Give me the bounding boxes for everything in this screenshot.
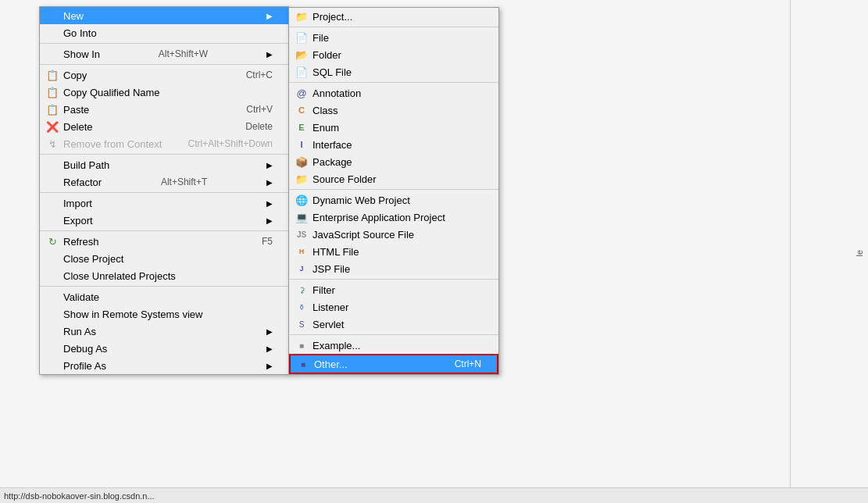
import-arrow: ▶ [243,199,273,208]
run-as-arrow: ▶ [243,327,273,336]
url-text: http://dsb-nobokaover-sin.blog.csdn.n... [4,491,155,501]
show-in-shortcut: Alt+Shift+W [135,48,208,59]
menu-item-close-project[interactable]: Close Project [40,250,288,267]
refactor-icon [46,176,59,188]
submenu-sep-2 [289,82,498,83]
submenu-item-folder[interactable]: 📂 Folder [289,46,498,63]
submenu-item-class[interactable]: C Class [289,102,498,119]
new-submenu: 📁 Project... 📄 File 📂 Folder 📄 SQL File … [288,7,499,375]
submenu-item-package[interactable]: 📦 Package [289,153,498,170]
show-in-icon [46,48,59,60]
menu-item-show-in[interactable]: Show In Alt+Shift+W ▶ [40,45,288,62]
context-menu: New ▶ 📁 Project... 📄 File 📂 Folder 📄 SQL… [39,6,289,375]
go-into-icon [46,27,59,39]
submenu-item-jsp-file[interactable]: J JSP File [289,260,498,277]
remove-icon: ↯ [46,137,59,150]
build-path-icon [46,159,59,171]
sql-icon: 📄 [295,66,308,78]
filter-icon: ⚳ [295,284,308,296]
menu-item-remove-context[interactable]: ↯ Remove from Context Ctrl+Alt+Shift+Dow… [40,135,288,152]
interface-icon: I [295,138,308,151]
debug-as-icon [46,342,59,355]
refactor-shortcut: Alt+Shift+T [138,177,207,187]
folder-icon: 📂 [295,48,308,61]
submenu-item-enum[interactable]: E Enum [289,119,498,136]
submenu-item-sql-file[interactable]: 📄 SQL File [289,63,498,80]
submenu-item-servlet[interactable]: S Servlet [289,316,498,333]
remove-shortcut: Ctrl+Alt+Shift+Down [165,138,273,149]
copy-qualified-icon: 📋 [46,86,59,98]
submenu-item-dynamic-web[interactable]: 🌐 Dynamic Web Project [289,191,498,209]
new-icon [46,9,59,22]
submenu-item-html-file[interactable]: H HTML File [289,243,498,260]
other-shortcut: Ctrl+N [431,359,481,369]
menu-item-show-remote[interactable]: Show in Remote Systems view [40,305,288,323]
import-icon [46,197,59,209]
copy-shortcut: Ctrl+C [223,70,273,80]
show-remote-icon [46,308,59,320]
submenu-item-project[interactable]: 📁 Project... [289,8,498,25]
file-icon: 📄 [295,31,308,44]
jsp-icon: J [295,262,308,275]
delete-shortcut: Delete [222,121,273,132]
submenu-sep-4 [289,279,498,280]
enum-icon: E [295,121,308,134]
copy-icon: 📋 [46,69,59,81]
menu-item-refactor[interactable]: Refactor Alt+Shift+T ▶ [40,173,288,191]
submenu-item-file[interactable]: 📄 File [289,29,498,46]
annotation-icon: @ [295,87,308,99]
sep-2 [40,64,288,65]
menu-item-refresh[interactable]: ↻ Refresh F5 [40,233,288,250]
export-arrow: ▶ [243,216,273,225]
ide-right-panel: le [790,0,868,503]
sep-5 [40,230,288,231]
delete-icon: ❌ [46,120,59,133]
menu-item-paste[interactable]: 📋 Paste Ctrl+V [40,101,288,118]
ear-icon: 💻 [295,211,308,223]
close-unrelated-icon [46,269,59,282]
menu-item-delete[interactable]: ❌ Delete Delete [40,118,288,135]
menu-item-go-into[interactable]: Go Into [40,24,288,41]
submenu-item-interface[interactable]: I Interface [289,136,498,153]
refresh-shortcut: F5 [238,236,273,247]
html-icon: H [295,245,308,258]
refresh-icon: ↻ [46,235,59,248]
submenu-item-filter[interactable]: ⚳ Filter [289,281,498,298]
listener-icon: ⚱ [295,301,308,313]
paste-icon: 📋 [46,103,59,116]
submenu-item-annotation[interactable]: @ Annotation [289,84,498,102]
source-folder-icon: 📁 [295,173,308,185]
show-in-arrow: ▶ [243,50,273,59]
submenu-item-example[interactable]: ■ Example... [289,337,498,354]
menu-item-validate[interactable]: Validate [40,288,288,305]
submenu-sep-1 [289,27,498,27]
submenu-item-other[interactable]: ■ Other... Ctrl+N [289,354,498,374]
submenu-item-js-source[interactable]: JS JavaScript Source File [289,226,498,243]
submenu-sep-3 [289,189,498,190]
ide-right-text: le [855,250,864,257]
submenu-item-enterprise-app[interactable]: 💻 Enterprise Application Project [289,209,498,226]
menu-item-copy[interactable]: 📋 Copy Ctrl+C [40,66,288,84]
run-as-icon [46,325,59,337]
menu-item-import[interactable]: Import ▶ [40,194,288,212]
js-icon: JS [295,228,308,241]
menu-item-copy-qualified[interactable]: 📋 Copy Qualified Name [40,84,288,101]
sep-6 [40,286,288,287]
profile-as-arrow: ▶ [243,362,273,370]
sep-3 [40,154,288,155]
menu-item-close-unrelated[interactable]: Close Unrelated Projects [40,267,288,284]
class-icon: C [295,104,308,116]
menu-item-profile-as[interactable]: Profile As ▶ [40,357,288,374]
submenu-item-source-folder[interactable]: 📁 Source Folder [289,170,498,187]
validate-icon [46,291,59,303]
url-bar: http://dsb-nobokaover-sin.blog.csdn.n... [0,487,868,503]
submenu-sep-5 [289,334,498,335]
other-icon: ■ [297,358,309,370]
menu-item-export[interactable]: Export ▶ [40,212,288,229]
submenu-item-listener[interactable]: ⚱ Listener [289,298,498,316]
menu-item-run-as[interactable]: Run As ▶ [40,323,288,340]
servlet-icon: S [295,318,308,330]
menu-item-debug-as[interactable]: Debug As ▶ [40,340,288,357]
menu-item-build-path[interactable]: Build Path ▶ [40,156,288,173]
menu-item-new[interactable]: New ▶ 📁 Project... 📄 File 📂 Folder 📄 SQL… [40,7,288,24]
